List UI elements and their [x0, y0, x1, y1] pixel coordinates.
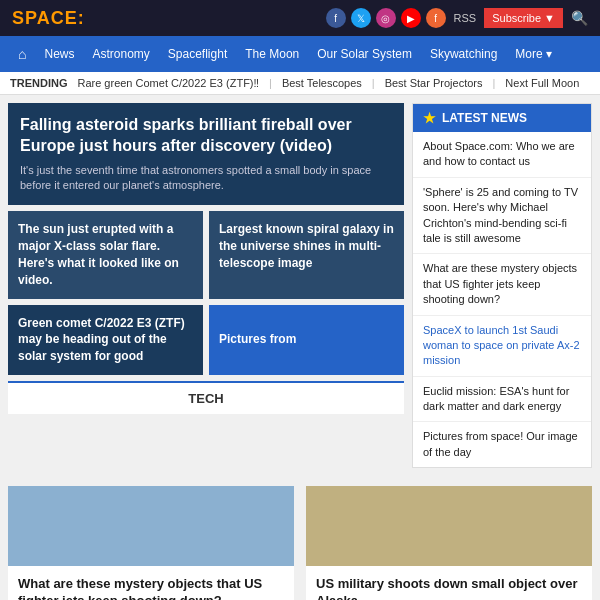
- trending-item-0[interactable]: Rare green Comet C/2022 E3 (ZTF)‼: [77, 77, 259, 89]
- news-item-0[interactable]: About Space.com: Who we are and how to c…: [413, 132, 591, 178]
- nav-item-more[interactable]: More ▾: [507, 43, 560, 65]
- nav-item-moon[interactable]: The Moon: [237, 43, 307, 65]
- latest-news-header: ★ LATEST NEWS: [413, 104, 591, 132]
- main-nav: ⌂ News Astronomy Spaceflight The Moon Ou…: [0, 36, 600, 72]
- facebook-icon[interactable]: f: [326, 8, 346, 28]
- rss-link[interactable]: RSS: [454, 12, 477, 24]
- news-item-5[interactable]: Pictures from space! Our image of the da…: [413, 422, 591, 467]
- card-1[interactable]: Largest known spiral galaxy in the unive…: [209, 211, 404, 298]
- subscribe-button[interactable]: Subscribe ▼: [484, 8, 563, 28]
- article-img-1: [306, 486, 592, 566]
- bottom-cards: Green comet C/2022 E3 (ZTF) may be headi…: [8, 305, 404, 375]
- news-item-4[interactable]: Euclid mission: ESA's hunt for dark matt…: [413, 377, 591, 423]
- hero-desc: It's just the seventh time that astronom…: [20, 163, 392, 194]
- hero-title: Falling asteroid sparks brilliant fireba…: [20, 115, 392, 157]
- trending-item-2[interactable]: Best Star Projectors: [385, 77, 483, 89]
- article-card-0-body: What are these mystery objects that US f…: [8, 566, 294, 600]
- flipboard-icon[interactable]: f: [426, 8, 446, 28]
- latest-news-box: ★ LATEST NEWS About Space.com: Who we ar…: [412, 103, 592, 468]
- trending-label: TRENDING: [10, 77, 67, 89]
- nav-item-solar-system[interactable]: Our Solar System: [309, 43, 420, 65]
- bottom-card-0[interactable]: Green comet C/2022 E3 (ZTF) may be headi…: [8, 305, 203, 375]
- nav-home[interactable]: ⌂: [10, 42, 34, 66]
- top-bar-right: f 𝕏 ◎ ▶ f RSS Subscribe ▼ 🔍: [326, 8, 588, 28]
- trending-bar: TRENDING Rare green Comet C/2022 E3 (ZTF…: [0, 72, 600, 95]
- tech-section-label: TECH: [8, 381, 404, 414]
- site-logo[interactable]: SPACE:: [12, 8, 85, 29]
- article-img-0: [8, 486, 294, 566]
- nav-item-news[interactable]: News: [36, 43, 82, 65]
- hero-article[interactable]: Falling asteroid sparks brilliant fireba…: [8, 103, 404, 205]
- news-item-1[interactable]: 'Sphere' is 25 and coming to TV soon. He…: [413, 178, 591, 255]
- card-grid: The sun just erupted with a major X-clas…: [8, 211, 404, 298]
- article-card-0[interactable]: What are these mystery objects that US f…: [8, 486, 294, 600]
- bottom-card-1[interactable]: Pictures from: [209, 305, 404, 375]
- nav-item-astronomy[interactable]: Astronomy: [84, 43, 157, 65]
- trending-items: Rare green Comet C/2022 E3 (ZTF)‼ | Best…: [77, 77, 579, 89]
- article-card-1[interactable]: US military shoots down small object ove…: [306, 486, 592, 600]
- article-title-0: What are these mystery objects that US f…: [18, 576, 284, 600]
- instagram-icon[interactable]: ◎: [376, 8, 396, 28]
- news-item-3[interactable]: SpaceX to launch 1st Saudi woman to spac…: [413, 316, 591, 377]
- article-card-1-body: US military shoots down small object ove…: [306, 566, 592, 600]
- search-button[interactable]: 🔍: [571, 10, 588, 26]
- twitter-icon[interactable]: 𝕏: [351, 8, 371, 28]
- youtube-icon[interactable]: ▶: [401, 8, 421, 28]
- trending-item-1[interactable]: Best Telescopes: [282, 77, 362, 89]
- logo-text: SPACE: [12, 8, 78, 28]
- trending-item-3[interactable]: Next Full Moon: [505, 77, 579, 89]
- social-icons: f 𝕏 ◎ ▶ f: [326, 8, 446, 28]
- nav-item-spaceflight[interactable]: Spaceflight: [160, 43, 235, 65]
- star-icon: ★: [423, 110, 436, 126]
- article-title-1: US military shoots down small object ove…: [316, 576, 582, 600]
- news-item-2[interactable]: What are these mystery objects that US f…: [413, 254, 591, 315]
- article-section: What are these mystery objects that US f…: [0, 476, 600, 600]
- latest-news-label: LATEST NEWS: [442, 111, 527, 125]
- right-sidebar: ★ LATEST NEWS About Space.com: Who we ar…: [412, 103, 592, 468]
- nav-item-skywatching[interactable]: Skywatching: [422, 43, 505, 65]
- main-content: Falling asteroid sparks brilliant fireba…: [0, 95, 600, 476]
- left-column: Falling asteroid sparks brilliant fireba…: [8, 103, 404, 468]
- top-bar: SPACE: f 𝕏 ◎ ▶ f RSS Subscribe ▼ 🔍: [0, 0, 600, 36]
- card-0[interactable]: The sun just erupted with a major X-clas…: [8, 211, 203, 298]
- logo-colon: :: [78, 8, 85, 28]
